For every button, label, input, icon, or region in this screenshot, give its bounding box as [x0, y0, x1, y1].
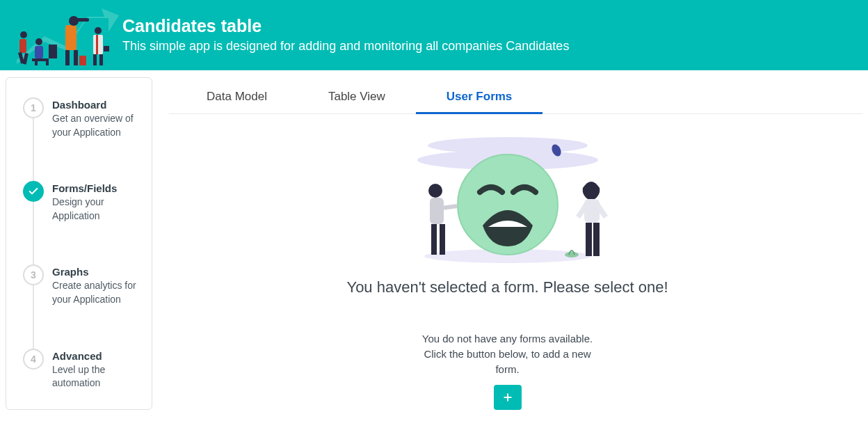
svg-rect-18 — [104, 46, 109, 51]
header-illustration — [11, 0, 122, 70]
svg-rect-31 — [442, 204, 458, 210]
svg-point-29 — [428, 184, 442, 198]
svg-rect-14 — [96, 35, 98, 54]
svg-rect-16 — [93, 54, 97, 65]
empty-hint: You do not have any forms available. Cli… — [417, 331, 598, 376]
tab-data-model[interactable]: Data Model — [176, 77, 298, 113]
header-banner: Candidates table This simple app is desi… — [0, 0, 868, 70]
svg-rect-12 — [49, 45, 57, 58]
svg-rect-11 — [46, 61, 49, 65]
step-marker: 3 — [23, 264, 44, 285]
header-text: Candidates table This simple app is desi… — [122, 17, 569, 54]
empty-headline: You haven't selected a form. Please sele… — [169, 278, 846, 296]
svg-rect-17 — [99, 54, 103, 65]
setup-stepper: 1 Dashboard Get an overview of your Appl… — [6, 77, 152, 410]
step-marker: 4 — [23, 349, 44, 370]
svg-rect-9 — [32, 58, 49, 61]
svg-rect-7 — [35, 46, 43, 58]
add-form-button[interactable] — [494, 385, 522, 410]
svg-rect-35 — [584, 199, 600, 223]
step-desc: Level up the automation — [52, 363, 140, 390]
svg-point-8 — [35, 38, 42, 45]
step-graphs[interactable]: 3 Graphs Create analytics for your Appli… — [23, 264, 140, 348]
svg-rect-5 — [74, 50, 78, 65]
step-title: Graphs — [52, 266, 140, 278]
svg-rect-10 — [35, 61, 38, 65]
step-marker: 1 — [23, 97, 44, 118]
svg-rect-4 — [65, 50, 70, 65]
svg-point-20 — [20, 31, 27, 38]
step-connector — [33, 202, 34, 267]
svg-point-15 — [95, 27, 102, 34]
svg-point-38 — [565, 252, 579, 257]
step-title: Forms/Fields — [52, 182, 140, 194]
svg-rect-3 — [77, 18, 89, 22]
svg-rect-1 — [65, 25, 77, 50]
step-connector — [33, 118, 34, 184]
page-subtitle: This simple app is designed for adding a… — [122, 39, 569, 54]
step-desc: Get an overview of your Application — [52, 112, 140, 139]
step-marker-check — [23, 181, 44, 202]
svg-rect-33 — [440, 224, 445, 255]
step-desc: Design your Application — [52, 196, 140, 223]
tab-table-view[interactable]: Table View — [298, 77, 416, 113]
empty-state: You haven't selected a form. Please sele… — [169, 128, 846, 410]
svg-rect-19 — [19, 39, 26, 53]
svg-rect-37 — [593, 223, 600, 256]
page-title: Candidates table — [122, 16, 569, 36]
step-title: Dashboard — [52, 99, 140, 111]
svg-rect-32 — [431, 224, 437, 255]
check-icon — [28, 186, 39, 197]
svg-rect-36 — [586, 223, 592, 256]
step-desc: Create analytics for your Application — [52, 279, 140, 306]
plus-icon — [502, 392, 513, 403]
tab-bar: Data Model Table View User Forms — [169, 77, 862, 114]
step-dashboard[interactable]: 1 Dashboard Get an overview of your Appl… — [23, 97, 140, 181]
step-connector — [33, 285, 34, 351]
svg-rect-6 — [79, 56, 86, 65]
empty-illustration — [389, 128, 626, 267]
step-forms-fields[interactable]: Forms/Fields Design your Application — [23, 181, 140, 264]
tab-user-forms[interactable]: User Forms — [416, 77, 542, 113]
svg-rect-30 — [430, 198, 444, 224]
step-title: Advanced — [52, 350, 140, 362]
main-panel: Data Model Table View User Forms — [152, 77, 862, 410]
step-advanced[interactable]: 4 Advanced Level up the automation — [23, 349, 140, 390]
